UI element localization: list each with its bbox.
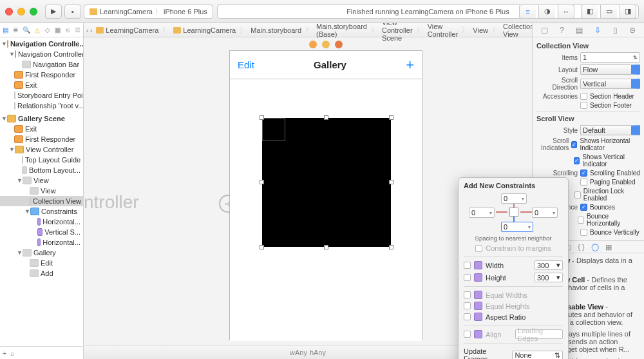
- pin-strut-top[interactable]: [513, 204, 515, 208]
- show-v-check[interactable]: ✓: [574, 157, 580, 164]
- toggle-navigator-button[interactable]: ◧: [581, 5, 598, 19]
- scroll-enabled-check[interactable]: ✓: [580, 170, 587, 177]
- nav-item[interactable]: Add: [41, 269, 53, 277]
- bounce-h-check[interactable]: [578, 217, 584, 224]
- crumb[interactable]: Main.storyboard: [251, 26, 301, 34]
- editor-assistant-button[interactable]: ◑: [538, 5, 555, 19]
- nav-item[interactable]: Edit: [41, 259, 53, 267]
- test-navigator-icon[interactable]: ◇: [44, 26, 51, 34]
- crumb[interactable]: View Controller: [428, 23, 459, 38]
- resize-handle[interactable]: [260, 245, 264, 249]
- pin-right-input[interactable]: 0▾: [532, 208, 558, 218]
- show-h-check[interactable]: ✓: [571, 141, 577, 148]
- view-controller-frame[interactable]: Edit Gallery +: [229, 50, 422, 340]
- nav-item[interactable]: Top Layout Guide: [25, 156, 80, 164]
- jump-forward-icon[interactable]: ›: [90, 26, 93, 34]
- object-library-icon[interactable]: ◯: [591, 243, 599, 251]
- attributes-inspector-icon[interactable]: ⇩: [594, 26, 601, 35]
- document-outline[interactable]: ▼Navigation Controlle... ▼Navigation Con…: [0, 37, 83, 346]
- nav-item[interactable]: Navigation Bar: [33, 61, 79, 68]
- style-select[interactable]: Default: [580, 125, 640, 135]
- debug-navigator-icon[interactable]: ▦: [54, 26, 61, 34]
- height-field[interactable]: 300▾: [535, 273, 563, 282]
- scheme-selector[interactable]: LearningCamera 〉 iPhone 6 Plus: [84, 5, 213, 19]
- scene-dock[interactable]: [229, 40, 422, 49]
- pin-top-input[interactable]: 0▾: [501, 193, 527, 204]
- resize-handle[interactable]: [389, 180, 393, 184]
- pin-bottom-input[interactable]: 0▾: [501, 222, 533, 232]
- section-header-check[interactable]: [580, 93, 587, 100]
- jump-back-icon[interactable]: ‹: [86, 26, 89, 34]
- constrain-margins-check[interactable]: [475, 245, 482, 252]
- nav-item[interactable]: Vertical S...: [44, 228, 80, 236]
- update-frames-select[interactable]: None⇅: [512, 351, 563, 360]
- nav-item[interactable]: View: [41, 187, 56, 195]
- dock-exit-icon[interactable]: [335, 41, 343, 48]
- pin-strut-right[interactable]: [520, 211, 532, 213]
- code-snippet-icon[interactable]: { }: [578, 243, 584, 251]
- stop-button[interactable]: ▪: [64, 5, 81, 19]
- pin-strut-left[interactable]: [496, 211, 507, 213]
- resize-handle[interactable]: [324, 115, 328, 120]
- add-icon[interactable]: +: [3, 349, 6, 357]
- scrolldir-select[interactable]: Vertical: [580, 79, 640, 89]
- nav-item[interactable]: Constraints: [41, 208, 77, 215]
- nav-item[interactable]: First Responder: [25, 135, 75, 143]
- nav-item[interactable]: Navigation Controller: [18, 50, 83, 58]
- resize-handle[interactable]: [324, 245, 328, 249]
- pin-left-input[interactable]: 0▾: [469, 208, 495, 218]
- identity-inspector-icon[interactable]: ▤: [576, 26, 583, 35]
- equal-heights-check[interactable]: [464, 302, 471, 309]
- crumb[interactable]: LearningCamera: [106, 26, 158, 34]
- close-button[interactable]: [5, 8, 13, 15]
- inspector-tabs[interactable]: ▢ ? ▤ ⇩ ▯ ⊝: [533, 23, 644, 37]
- nav-item[interactable]: Exit: [25, 81, 37, 89]
- aspect-check[interactable]: [464, 313, 471, 320]
- crumb[interactable]: View: [473, 26, 488, 34]
- section-footer-check[interactable]: [580, 102, 587, 109]
- size-inspector-icon[interactable]: ▯: [613, 26, 618, 35]
- nav-item[interactable]: Gallery: [33, 249, 56, 257]
- dock-vc-icon[interactable]: [309, 41, 317, 48]
- nav-item[interactable]: Horizontal...: [43, 218, 80, 226]
- height-check[interactable]: [464, 274, 471, 281]
- nav-item[interactable]: Bottom Layout...: [29, 166, 80, 174]
- nav-item[interactable]: Collection View: [33, 197, 81, 205]
- zoom-button[interactable]: [30, 8, 37, 15]
- minimize-button[interactable]: [17, 8, 25, 15]
- dirlock-check[interactable]: [574, 191, 581, 199]
- nav-item[interactable]: Horizontal...: [43, 238, 80, 246]
- nav-item[interactable]: Relationship "root v...: [17, 102, 83, 110]
- nav-item[interactable]: First Responder: [25, 71, 75, 79]
- symbol-navigator-icon[interactable]: ≣: [13, 26, 19, 34]
- find-navigator-icon[interactable]: 🔍: [23, 26, 30, 34]
- layout-select[interactable]: Flow: [580, 64, 640, 75]
- jump-bar[interactable]: ‹ › LearningCamera〉 LearningCamera〉 Main…: [84, 23, 532, 37]
- align-select[interactable]: Leading Edges: [515, 329, 563, 339]
- nav-item[interactable]: View Controller: [26, 146, 73, 153]
- resize-handle[interactable]: [389, 245, 393, 249]
- nav-item[interactable]: View: [33, 177, 49, 184]
- nav-left-button[interactable]: Edit: [238, 59, 254, 70]
- issue-navigator-icon[interactable]: △: [34, 26, 41, 34]
- filter-icon[interactable]: ⌕: [10, 349, 15, 357]
- collection-view[interactable]: [262, 118, 391, 247]
- bounce-v-check[interactable]: [580, 229, 587, 236]
- align-check[interactable]: [464, 331, 471, 338]
- width-check[interactable]: [464, 262, 471, 269]
- equal-widths-check[interactable]: [464, 291, 471, 298]
- report-navigator-icon[interactable]: ☰: [74, 26, 80, 34]
- nav-item[interactable]: Storyboard Entry Point: [17, 92, 83, 99]
- resize-handle[interactable]: [260, 115, 264, 120]
- file-inspector-icon[interactable]: ▢: [541, 26, 548, 35]
- run-button[interactable]: ▶: [45, 5, 62, 19]
- crumb[interactable]: Main.storyboard (Base): [316, 23, 367, 38]
- editor-standard-button[interactable]: ≡: [519, 5, 536, 19]
- pin-strut-bottom[interactable]: [513, 217, 515, 222]
- crumb[interactable]: Collection View: [503, 23, 534, 38]
- project-navigator-icon[interactable]: ▤: [3, 26, 9, 34]
- connections-inspector-icon[interactable]: ⊝: [629, 26, 636, 35]
- nav-add-button[interactable]: +: [406, 57, 414, 73]
- nav-item[interactable]: Exit: [25, 125, 37, 133]
- items-field[interactable]: 1⇅: [580, 52, 640, 63]
